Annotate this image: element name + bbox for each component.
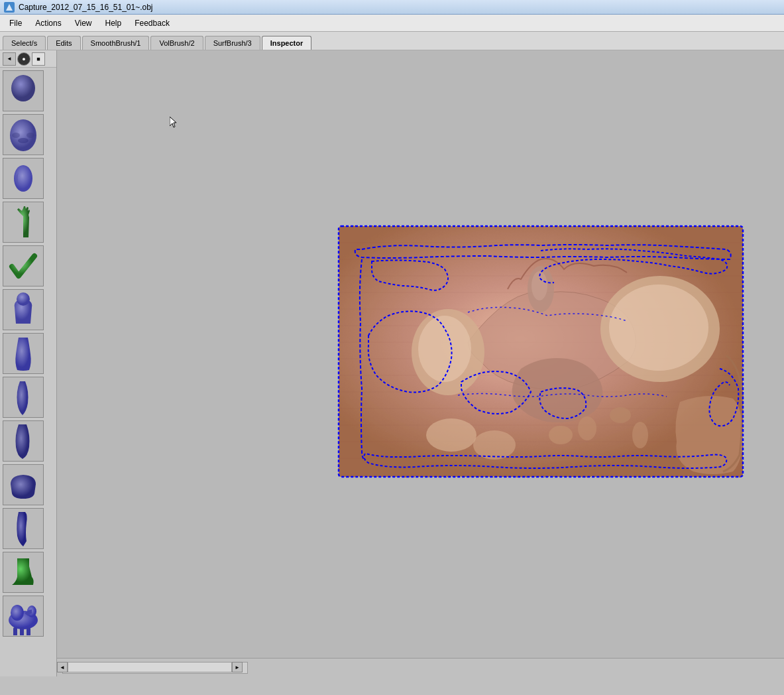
- svg-point-40: [549, 426, 573, 444]
- svg-point-6: [18, 138, 28, 143]
- thumb-head-top[interactable]: [3, 70, 44, 111]
- scroll-left-btn[interactable]: ◄: [57, 662, 68, 672]
- tab-select[interactable]: Select/s: [3, 36, 46, 50]
- left-toolbar: ◄ ● ■: [0, 50, 57, 676]
- thumb-leg[interactable]: [3, 508, 44, 549]
- svg-point-10: [11, 605, 24, 621]
- thumb-torso[interactable]: [3, 289, 44, 330]
- thumb-boot-green[interactable]: [3, 552, 44, 593]
- thumb-ear[interactable]: [3, 158, 44, 199]
- svg-point-38: [426, 418, 476, 452]
- viewport[interactable]: ◄ ► v: 391431 t: 777324: [57, 50, 784, 676]
- menu-view[interactable]: View: [68, 17, 99, 30]
- tab-edits[interactable]: Edits: [47, 36, 80, 50]
- thumbnail-list: [0, 68, 56, 676]
- svg-rect-14: [27, 627, 30, 635]
- scroll-track[interactable]: [68, 662, 232, 672]
- thumb-limb3[interactable]: [3, 420, 44, 462]
- circle-mode-btn[interactable]: ●: [17, 52, 30, 66]
- svg-point-39: [473, 430, 516, 460]
- thumb-face[interactable]: [3, 114, 44, 155]
- status-bar: ◄ ► v: 391431 t: 777324: [57, 658, 784, 676]
- menu-actions[interactable]: Actions: [28, 17, 68, 30]
- svg-point-32: [418, 316, 471, 382]
- menu-feedback[interactable]: Feedback: [128, 17, 176, 30]
- svg-point-43: [632, 422, 648, 448]
- thumb-animal[interactable]: [3, 596, 44, 637]
- thumb-limb2[interactable]: [3, 377, 44, 418]
- left-arrow-btn[interactable]: ◄: [3, 52, 16, 66]
- icon-bar: ◄ ● ■: [0, 50, 56, 68]
- menu-file[interactable]: File: [3, 17, 28, 30]
- thumb-check-green[interactable]: [3, 245, 44, 286]
- svg-point-42: [610, 407, 631, 423]
- mesh-svg: [335, 223, 746, 481]
- square-mode-btn[interactable]: ■: [32, 52, 45, 66]
- thumb-foot[interactable]: [3, 464, 44, 505]
- main-area: ◄ ● ■: [0, 50, 784, 676]
- app-icon: [4, 2, 15, 13]
- svg-point-2: [11, 75, 35, 101]
- thumb-hand-green[interactable]: [3, 202, 44, 243]
- tab-smoothbrush[interactable]: SmoothBrush/1: [82, 36, 150, 50]
- tab-volbrush[interactable]: VolBrush/2: [150, 36, 203, 50]
- svg-point-4: [12, 133, 20, 138]
- svg-marker-15: [170, 117, 176, 127]
- title-bar: Capture_2012_07_15_16_51_01~.obj: [0, 0, 784, 15]
- svg-point-5: [27, 133, 34, 138]
- svg-rect-13: [20, 627, 24, 635]
- model-container: [335, 223, 746, 481]
- cursor: [170, 117, 178, 129]
- scroll-right-btn[interactable]: ►: [232, 662, 243, 672]
- svg-point-8: [17, 292, 30, 306]
- tab-surfbrush[interactable]: SurfBrush/3: [205, 36, 260, 50]
- menu-help[interactable]: Help: [99, 17, 129, 30]
- tab-inspector[interactable]: Inspector: [262, 36, 312, 50]
- svg-point-41: [578, 416, 596, 440]
- svg-rect-12: [13, 627, 17, 635]
- svg-point-34: [609, 284, 708, 371]
- window-title: Capture_2012_07_15_16_51_01~.obj: [19, 3, 153, 12]
- thumb-limb1[interactable]: [3, 333, 44, 374]
- menu-bar: File Actions View Help Feedback: [0, 15, 784, 32]
- tab-bar: Select/s Edits SmoothBrush/1 VolBrush/2 …: [0, 32, 784, 50]
- horizontal-scrollbar[interactable]: ◄ ►: [57, 658, 243, 676]
